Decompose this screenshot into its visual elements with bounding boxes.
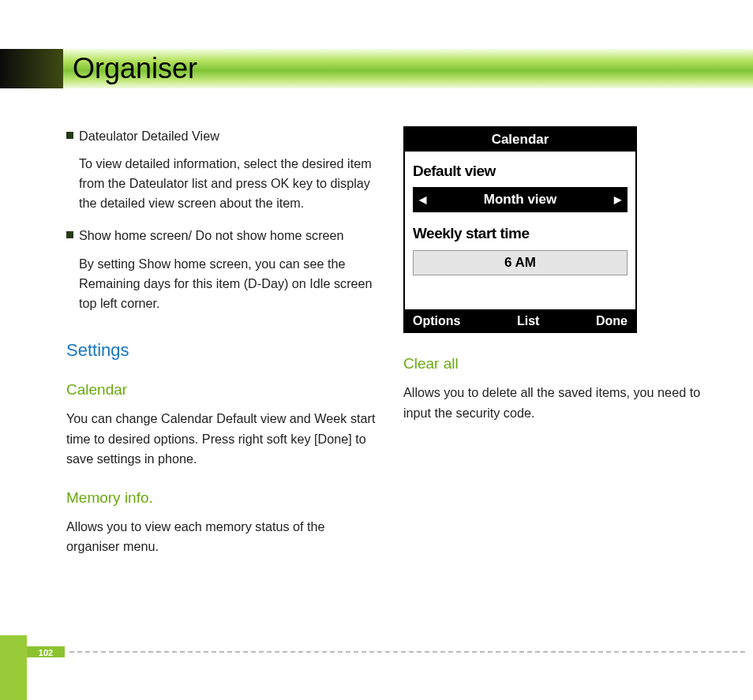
square-bullet-icon [66,231,73,238]
phone-body: Default view ◀ Month view ▶ Weekly start… [405,152,635,309]
right-column: Calendar Default view ◀ Month view ▶ Wee… [403,126,714,569]
content-area: Dateulator Detailed View To view detaile… [66,126,714,569]
settings-heading: Settings [66,337,376,364]
ribbon-gradient: Organiser [63,49,753,88]
memory-info-body: Allows you to view each memory status of… [66,517,376,556]
calendar-subheading: Calendar [66,378,376,401]
clear-all-body: Allows you to delete all the saved items… [403,383,714,422]
footer-dashed-line [69,651,745,653]
weekly-start-label: Weekly start time [413,222,628,245]
page-title: Organiser [73,52,197,85]
softkey-options[interactable]: Options [413,312,460,331]
softkey-list[interactable]: List [517,312,539,331]
side-tab [0,635,27,700]
arrow-right-icon[interactable]: ▶ [614,193,621,208]
calendar-body: You can change Calendar Default view and… [66,409,376,468]
default-view-label: Default view [413,159,628,182]
memory-info-subheading: Memory info. [66,486,376,509]
bullet-body: By setting Show home screen, you can see… [66,254,376,313]
softkey-done[interactable]: Done [596,312,628,331]
header-ribbon: Organiser [0,49,753,88]
square-bullet-icon [66,132,73,139]
phone-title-bar: Calendar [405,128,635,152]
default-view-selector[interactable]: ◀ Month view ▶ [413,187,628,212]
weekly-start-value: 6 AM [504,253,536,273]
default-view-value: Month view [484,189,557,210]
arrow-left-icon[interactable]: ◀ [419,193,426,208]
bullet-title: Dateulator Detailed View [79,126,376,146]
clear-all-subheading: Clear all [403,352,714,375]
phone-screenshot: Calendar Default view ◀ Month view ▶ Wee… [403,126,637,333]
left-column: Dateulator Detailed View To view detaile… [66,126,376,569]
manual-page: Organiser Dateulator Detailed View To vi… [0,0,753,700]
bullet-title: Show home screen/ Do not show home scree… [79,226,376,245]
weekly-start-field[interactable]: 6 AM [413,250,628,275]
phone-softkey-bar: Options List Done [405,309,635,333]
list-item: Dateulator Detailed View [66,126,376,146]
ribbon-dark-segment [0,49,63,88]
list-item: Show home screen/ Do not show home scree… [66,226,376,245]
bullet-body: To view detailed information, select the… [66,154,376,213]
page-number: 102 [27,646,65,657]
